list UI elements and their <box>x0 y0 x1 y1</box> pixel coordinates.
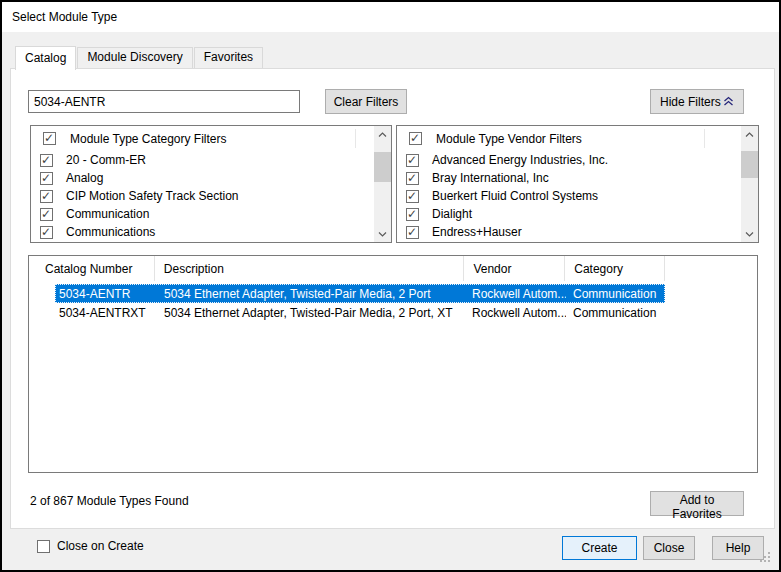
close-on-create-checkbox[interactable] <box>37 540 50 553</box>
filter-item-checkbox[interactable] <box>406 226 419 239</box>
table-cell: Communication <box>566 306 665 320</box>
filter-item-label: Communication <box>66 207 149 221</box>
filter-item[interactable]: Bray International, Inc <box>397 169 740 187</box>
clear-filters-button[interactable]: Clear Filters <box>325 89 407 114</box>
header-separator <box>355 129 356 148</box>
chevron-up-icon <box>745 132 754 138</box>
vendor-filter-header-label: Module Type Vendor Filters <box>436 132 582 146</box>
scrollbar-thumb[interactable] <box>741 151 758 178</box>
select-all-vendors-checkbox[interactable] <box>409 132 422 145</box>
tab-module-discovery[interactable]: Module Discovery <box>77 47 192 68</box>
table-cell: Rockwell Autom... <box>465 287 566 301</box>
filter-item-checkbox[interactable] <box>40 208 53 221</box>
filter-item-checkbox[interactable] <box>406 154 419 167</box>
hide-filters-button[interactable]: Hide Filters <box>650 89 744 114</box>
title-bar: Select Module Type <box>2 2 779 32</box>
filter-item[interactable]: Communication <box>31 205 373 223</box>
filter-item-checkbox[interactable] <box>40 226 53 239</box>
category-filter-items: 20 - Comm-ERAnalogCIP Motion Safety Trac… <box>31 151 373 242</box>
table-cell: Communication <box>566 287 665 301</box>
filter-item[interactable]: Dialight <box>397 205 740 223</box>
chevron-down-icon <box>745 231 754 237</box>
results-table: Catalog NumberDescriptionVendorCategory … <box>28 255 758 473</box>
results-table-body: 5034-AENTR5034 Ethernet Adapter, Twisted… <box>29 284 757 322</box>
table-cell: 5034 Ethernet Adapter, Twisted-Pair Medi… <box>155 287 465 301</box>
filter-item-label: Dialight <box>432 207 472 221</box>
filter-item[interactable]: CIP Motion Safety Track Section <box>31 187 373 205</box>
filter-item-label: Analog <box>66 171 103 185</box>
filter-item-checkbox[interactable] <box>40 154 53 167</box>
column-header-filler <box>665 256 757 281</box>
chevron-up-icon <box>378 132 387 138</box>
category-filter-header: Module Type Category Filters <box>31 126 391 151</box>
vendor-filter-header: Module Type Vendor Filters <box>397 126 758 151</box>
scroll-up-button[interactable] <box>374 126 391 143</box>
scroll-down-button[interactable] <box>741 225 758 242</box>
filter-item-label: Endress+Hauser <box>432 225 522 239</box>
vendor-filter-items: Advanced Energy Industries, Inc.Bray Int… <box>397 151 740 242</box>
filter-item[interactable]: Endress+Hauser <box>397 223 740 241</box>
column-header-category[interactable]: Category <box>565 256 665 281</box>
search-input[interactable] <box>28 90 300 113</box>
table-cell: 5034 Ethernet Adapter, Twisted-Pair Medi… <box>155 306 465 320</box>
filter-item-label: CIP Motion Safety Track Section <box>66 189 239 203</box>
close-on-create-option[interactable]: Close on Create <box>37 539 144 553</box>
filter-item-checkbox[interactable] <box>40 172 53 185</box>
filter-item[interactable]: Communications <box>31 223 373 241</box>
scroll-up-button[interactable] <box>741 126 758 143</box>
tab-bar: Catalog Module Discovery Favorites <box>15 46 264 69</box>
filter-item-label: Bray International, Inc <box>432 171 549 185</box>
results-table-header: Catalog NumberDescriptionVendorCategory <box>29 256 757 281</box>
double-chevron-up-icon <box>723 96 734 107</box>
category-filter-list: Module Type Category Filters 20 - Comm-E… <box>30 125 392 243</box>
select-all-categories-checkbox[interactable] <box>43 132 56 145</box>
tab-catalog[interactable]: Catalog <box>15 46 76 70</box>
filter-item-label: Communications <box>66 225 155 239</box>
close-button[interactable]: Close <box>643 536 695 560</box>
table-row[interactable]: 5034-AENTR5034 Ethernet Adapter, Twisted… <box>55 284 665 303</box>
category-scrollbar[interactable] <box>374 126 391 242</box>
add-to-favorites-button[interactable]: Add to Favorites <box>650 491 744 516</box>
filter-item[interactable]: Analog <box>31 169 373 187</box>
filter-item-checkbox[interactable] <box>406 172 419 185</box>
dialog-title: Select Module Type <box>12 10 117 24</box>
vendor-scrollbar[interactable] <box>741 126 758 242</box>
filter-item[interactable]: Buerkert Fluid Control Systems <box>397 187 740 205</box>
chevron-down-icon <box>378 231 387 237</box>
vendor-filter-list: Module Type Vendor Filters Advanced Ener… <box>396 125 759 243</box>
filter-item[interactable]: 20 - Comm-ER <box>31 151 373 169</box>
filter-item-checkbox[interactable] <box>406 190 419 203</box>
table-row[interactable]: 5034-AENTRXT5034 Ethernet Adapter, Twist… <box>55 303 665 322</box>
filter-item-label: Buerkert Fluid Control Systems <box>432 189 598 203</box>
filter-item-label: 20 - Comm-ER <box>66 153 146 167</box>
hide-filters-label: Hide Filters <box>660 95 721 109</box>
category-filter-header-label: Module Type Category Filters <box>70 132 227 146</box>
resize-grip[interactable] <box>760 552 771 563</box>
table-cell: 5034-AENTR <box>55 287 155 301</box>
filter-item-checkbox[interactable] <box>406 208 419 221</box>
scrollbar-thumb[interactable] <box>374 152 391 182</box>
header-separator <box>704 129 705 148</box>
scroll-down-button[interactable] <box>374 225 391 242</box>
close-on-create-label: Close on Create <box>57 539 144 553</box>
filter-item-label: Advanced Energy Industries, Inc. <box>432 153 608 167</box>
select-module-type-dialog: Select Module Type Catalog Module Discov… <box>0 0 781 572</box>
filter-item-checkbox[interactable] <box>40 190 53 203</box>
table-cell: Rockwell Autom... <box>465 306 566 320</box>
help-button[interactable]: Help <box>712 536 764 560</box>
status-text: 2 of 867 Module Types Found <box>30 494 189 508</box>
create-button[interactable]: Create <box>562 536 637 560</box>
column-header-vendor[interactable]: Vendor <box>464 256 565 281</box>
table-cell: 5034-AENTRXT <box>55 306 155 320</box>
filter-item[interactable]: Advanced Energy Industries, Inc. <box>397 151 740 169</box>
tab-favorites[interactable]: Favorites <box>194 47 263 68</box>
column-header-description[interactable]: Description <box>155 256 465 281</box>
catalog-tab-page: Clear Filters Hide Filters Module Type C… <box>10 68 775 529</box>
column-header-catalog-number[interactable]: Catalog Number <box>29 256 155 281</box>
